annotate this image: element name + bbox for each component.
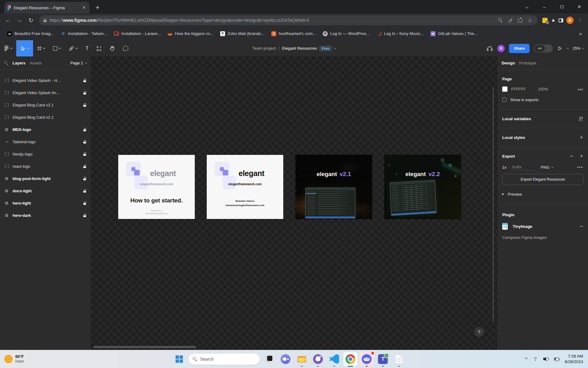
- share-icon[interactable]: [517, 17, 523, 24]
- audio-headphones-icon[interactable]: [486, 45, 493, 52]
- export-scale[interactable]: 1x: [502, 165, 507, 170]
- show-in-exports-checkbox[interactable]: [502, 98, 507, 102]
- layer-row[interactable]: MDX-logo: [0, 123, 91, 136]
- layer-row[interactable]: hero-dark: [0, 209, 91, 221]
- artboard-elegant-splash-contact[interactable]: elegant elegantframework.com Brandon Owe…: [207, 155, 283, 219]
- layer-row[interactable]: Elegant Video Splash Im...: [0, 86, 91, 99]
- lock-icon[interactable]: [83, 165, 86, 168]
- layer-row[interactable]: docs-light: [0, 185, 91, 197]
- battery-icon[interactable]: [554, 357, 560, 362]
- add-style-icon[interactable]: +: [580, 134, 583, 141]
- bookmark-item[interactable]: How the biggest co...: [165, 30, 216, 37]
- lock-icon[interactable]: [83, 91, 86, 94]
- preview-expand-icon[interactable]: [502, 193, 504, 195]
- dev-mode-toggle[interactable]: </>: [534, 44, 553, 52]
- back-button[interactable]: ←: [2, 15, 13, 25]
- tab-close-icon[interactable]: ×: [82, 5, 86, 10]
- taskbar-app-vscode[interactable]: [327, 352, 341, 366]
- reload-button[interactable]: ↻: [26, 15, 36, 25]
- volume-icon[interactable]: [543, 357, 549, 362]
- tab-search-icon[interactable]: [518, 0, 536, 13]
- taskbar-clock[interactable]: 7:26 AM 6/29/2023: [565, 354, 583, 364]
- tab-layers[interactable]: Layers: [13, 61, 25, 65]
- add-export-icon[interactable]: +: [580, 153, 583, 159]
- taskbar-app-chrome[interactable]: [343, 352, 357, 366]
- start-button[interactable]: [172, 352, 186, 366]
- remove-export-icon[interactable]: −: [570, 153, 573, 159]
- variables-icon[interactable]: [579, 117, 583, 121]
- layer-row[interactable]: Nextjs-logo: [0, 148, 91, 160]
- preview-label[interactable]: Preview: [508, 192, 522, 197]
- file-menu-chevron-icon[interactable]: [334, 47, 336, 49]
- taskbar-app-discord[interactable]: [360, 352, 374, 366]
- bookmark-item[interactable]: Beautiful Free Imag...: [4, 30, 57, 38]
- export-file-button[interactable]: Export Elegant Resources: [502, 174, 583, 185]
- lock-icon[interactable]: [83, 79, 86, 82]
- side-panel-icon[interactable]: [559, 18, 563, 22]
- password-key-icon[interactable]: [507, 17, 514, 24]
- plugin-name[interactable]: TinyImage: [513, 224, 532, 229]
- forward-button[interactable]: →: [14, 15, 24, 25]
- hand-tool-button[interactable]: [105, 40, 119, 56]
- artboard-elegant-splash-light[interactable]: elegant elegantframework.com How to get …: [118, 155, 195, 219]
- bookmark-item[interactable]: Installation - Tailwin...: [58, 30, 110, 38]
- canvas-vertical-scrollbar[interactable]: [493, 87, 494, 322]
- present-button[interactable]: [557, 46, 563, 51]
- tray-overflow-chevron-icon[interactable]: [525, 358, 528, 361]
- taskbar-app-explorer[interactable]: [295, 352, 309, 366]
- taskbar-app-task-view[interactable]: [262, 352, 276, 366]
- tab-assets[interactable]: Assets: [30, 61, 42, 65]
- browser-tab[interactable]: Elegant Resources – Figma ×: [4, 2, 89, 13]
- browser-profile-avatar[interactable]: B: [566, 17, 574, 24]
- move-tool-button[interactable]: [16, 40, 33, 56]
- lock-icon[interactable]: [83, 214, 86, 217]
- taskbar-app-chat[interactable]: [278, 352, 292, 366]
- search-icon[interactable]: [497, 17, 504, 24]
- wifi-icon[interactable]: [533, 357, 538, 362]
- breadcrumb-file-name[interactable]: Elegant Resources: [282, 46, 317, 51]
- bookmark-item[interactable]: GitLab Values | The...: [428, 30, 480, 38]
- taskbar-search[interactable]: Search: [188, 353, 260, 365]
- page-selector[interactable]: Page 1: [70, 61, 87, 65]
- tab-design[interactable]: Design: [502, 61, 515, 65]
- minimize-button[interactable]: –: [536, 0, 553, 13]
- breadcrumb-project[interactable]: Team project: [252, 46, 276, 51]
- bookmark-star-icon[interactable]: ☆: [526, 17, 533, 24]
- layer-row[interactable]: blog-post-form-light: [0, 172, 91, 185]
- lock-icon[interactable]: [83, 140, 86, 144]
- bookmark-item[interactable]: Zoho Mail (brando...: [217, 30, 267, 38]
- lock-icon[interactable]: [83, 128, 86, 131]
- taskbar-weather-widget[interactable]: 65°FHaze: [0, 354, 24, 364]
- artboard-elegant-v21[interactable]: elegantv2.1: [296, 155, 372, 219]
- shape-tool-button[interactable]: [49, 40, 65, 56]
- comment-tool-button[interactable]: [119, 40, 132, 56]
- taskbar-app-teams[interactable]: [376, 352, 390, 366]
- page-fill-opacity[interactable]: 100%: [538, 87, 548, 91]
- new-tab-button[interactable]: +: [93, 3, 102, 12]
- page-fill-hex[interactable]: FFFFFF: [511, 87, 526, 91]
- bookmarks-overflow-icon[interactable]: »: [577, 31, 584, 36]
- layer-row[interactable]: react-logo: [0, 160, 91, 172]
- extensions-puzzle-icon[interactable]: [551, 18, 556, 23]
- layer-row[interactable]: Elegant Blog Card v2.2: [0, 111, 91, 123]
- export-options-icon[interactable]: •••: [577, 165, 583, 170]
- canvas[interactable]: elegant elegantframework.com How to get …: [91, 56, 497, 350]
- layer-row[interactable]: hero-light: [0, 197, 91, 209]
- taskbar-app-notepad[interactable]: [392, 352, 406, 366]
- frame-tool-button[interactable]: [33, 40, 49, 56]
- canvas-horizontal-scrollbar[interactable]: [93, 346, 196, 348]
- zoom-level-control[interactable]: 25%: [573, 46, 584, 51]
- bookmark-item[interactable]: hoofhearted's com...: [269, 30, 319, 38]
- export-format-dropdown[interactable]: PNG: [541, 165, 553, 170]
- close-button[interactable]: ×: [571, 0, 588, 13]
- figma-menu-button[interactable]: [0, 40, 16, 56]
- figma-user-avatar[interactable]: B: [497, 45, 505, 52]
- layers-search-icon[interactable]: [4, 61, 8, 65]
- tab-prototype[interactable]: Prototype: [519, 61, 536, 65]
- lock-icon[interactable]: [83, 152, 86, 156]
- present-chevron-icon[interactable]: [567, 47, 569, 49]
- maximize-button[interactable]: [553, 0, 571, 13]
- help-button[interactable]: ?: [474, 327, 484, 337]
- resources-tool-button[interactable]: +: [92, 40, 105, 56]
- layer-row[interactable]: Elegant Blog Card v2.1: [0, 99, 91, 111]
